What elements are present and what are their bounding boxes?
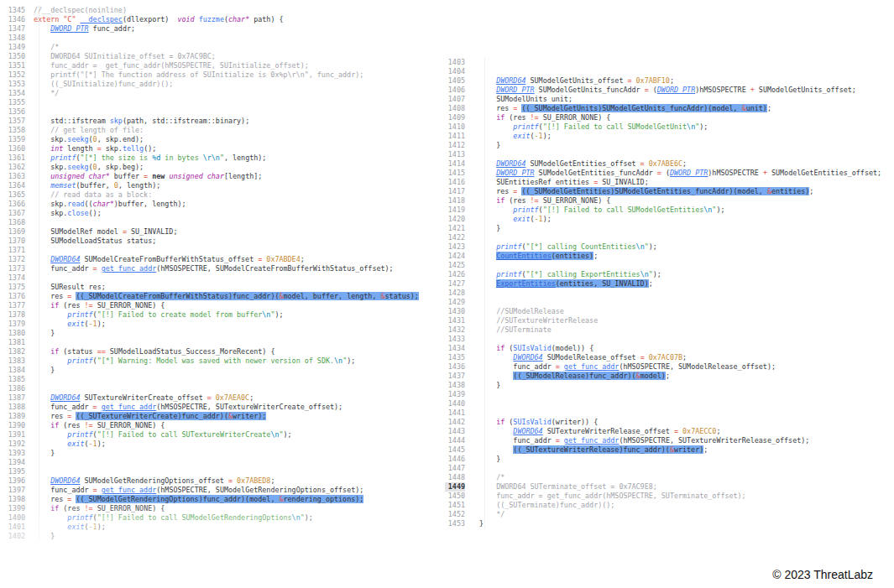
code-line[interactable]: 1374	[5, 273, 419, 283]
code-line[interactable]: 1435 DWORD64 SUModelRelease_offset = 0x7…	[445, 353, 881, 362]
code-line[interactable]: 1438 }	[445, 381, 881, 390]
code-line[interactable]: 1415 DWORD_PTR SUModelGetEntities_funcAd…	[445, 169, 881, 178]
code-line[interactable]: 1421 }	[445, 224, 881, 233]
code-line[interactable]: 1433	[445, 335, 881, 344]
code-line[interactable]: 1427 ExportEntities(entities, SU_INVALID…	[445, 279, 881, 289]
code-line[interactable]: 1402 }	[5, 532, 419, 541]
code-line[interactable]: 1410 printf("[!] Failed to call SUModelG…	[445, 122, 881, 132]
code-line[interactable]: 1363 unsigned char* buffer = new unsigne…	[5, 172, 419, 181]
code-line[interactable]: 1349 /*	[5, 43, 419, 52]
code-line[interactable]: 1437 ((_SUModelRelease)func_addr)(&model…	[445, 372, 881, 381]
code-line[interactable]: 1449 DWORD64 SUTerminate_offset = 0x7AC9…	[445, 482, 881, 492]
code-line[interactable]: 1431 //SUTextureWriterRelease	[445, 316, 881, 325]
code-line[interactable]: 1394	[5, 458, 419, 467]
code-line[interactable]: 1350 DWORD64 SUInitialize_offset = 0x7AC…	[5, 52, 419, 61]
code-line[interactable]: 1391 printf("[!] Failed to call SUTextur…	[5, 430, 419, 440]
code-line[interactable]: 1371	[5, 246, 419, 255]
code-line[interactable]: 1429	[445, 298, 881, 307]
code-line[interactable]: 1367 skp.close();	[5, 209, 419, 218]
code-line[interactable]: 1430 //SUModelRelease	[445, 307, 881, 316]
code-line[interactable]: 1408 res = ((_SUModelGetUnits)SUModelGet…	[445, 104, 881, 113]
code-line[interactable]: 1403	[445, 58, 881, 67]
code-line[interactable]: 1369 SUModelRef model = SU_INVALID;	[5, 227, 419, 237]
code-line[interactable]: 1452 */	[445, 510, 881, 519]
code-line[interactable]: 1423 printf("[*] calling CountEntities\n…	[445, 242, 881, 252]
code-line[interactable]: 1414 DWORD64 SUModelGetEntities_offset =…	[445, 159, 881, 169]
code-line[interactable]: 1434 if (SUIsValid(model)) {	[445, 344, 881, 353]
code-line[interactable]: 1398 res = ((_SUModelGetRenderingOptions…	[5, 495, 419, 504]
code-line[interactable]: 1413	[445, 150, 881, 159]
code-line[interactable]: 1352 printf("[*] The function address of…	[5, 70, 419, 80]
code-line[interactable]: 1359 skp.seekg(0, skp.end);	[5, 135, 419, 144]
code-line[interactable]: 1355	[5, 98, 419, 107]
code-line[interactable]: 1453}	[445, 519, 881, 528]
code-line[interactable]: 1345//__declspec(noinline)	[5, 6, 419, 15]
code-line[interactable]: 1356	[5, 107, 419, 117]
code-line[interactable]: 1378 printf("[!] Failed to create model …	[5, 310, 419, 320]
code-line[interactable]: 1387 DWORD64 SUTextureWriterCreate_offse…	[5, 393, 419, 403]
code-line[interactable]: 1411 exit(-1);	[445, 132, 881, 141]
code-line[interactable]: 1379 exit(-1);	[5, 320, 419, 329]
code-line[interactable]: 1376 res = ((_SUModelCreateFromBufferWit…	[5, 292, 419, 301]
code-line[interactable]: 1447	[445, 464, 881, 473]
code-line[interactable]: 1354 */	[5, 89, 419, 98]
code-line[interactable]: 1366 skp.read((char*)buffer, length);	[5, 200, 419, 209]
code-line[interactable]: 1385	[5, 375, 419, 384]
code-line[interactable]: 1424 CountEntities(entities);	[445, 252, 881, 261]
code-line[interactable]: 1347 DWORD_PTR func_addr;	[5, 24, 419, 34]
code-line[interactable]: 1390 if (res != SU_ERROR_NONE) {	[5, 421, 419, 430]
code-line[interactable]: 1405 DWORD64 SUModelGetUnits_offset = 0x…	[445, 76, 881, 86]
code-line[interactable]: 1401 exit(-1);	[5, 523, 419, 532]
code-line[interactable]: 1417 res = ((_SUModelGetEntities)SUModel…	[445, 187, 881, 196]
code-line[interactable]: 1436 func_addr = get_func_addr(hMSOSPECT…	[445, 362, 881, 372]
code-line[interactable]: 1425	[445, 261, 881, 270]
code-line[interactable]: 1420 exit(-1);	[445, 215, 881, 224]
code-line[interactable]: 1384 }	[5, 366, 419, 375]
code-line[interactable]: 1365 // read data as a block:	[5, 190, 419, 200]
code-line[interactable]: 1388 func_addr = get_func_addr(hMSOSPECT…	[5, 403, 419, 412]
code-line[interactable]: 1396 DWORD64 SUModelGetRenderingOptions_…	[5, 476, 419, 486]
code-line[interactable]: 1381	[5, 338, 419, 347]
code-line[interactable]: 1368	[5, 218, 419, 227]
code-line[interactable]: 1386	[5, 384, 419, 393]
code-line[interactable]: 1360 int length = skp.tellg();	[5, 144, 419, 154]
code-line[interactable]: 1397 func_addr = get_func_addr(hMSOSPECT…	[5, 486, 419, 495]
code-line[interactable]: 1418 if (res != SU_ERROR_NONE) {	[445, 196, 881, 206]
code-line[interactable]: 1445 ((_SUTextureWriterRelease)func_addr…	[445, 445, 881, 455]
code-line[interactable]: 1444 func_addr = get_func_addr(hMSOSPECT…	[445, 436, 881, 445]
code-line[interactable]: 1443 DWORD64 SUTextureWriterRelease_offs…	[445, 427, 881, 436]
code-line[interactable]: 1380 }	[5, 329, 419, 338]
code-line[interactable]: 1377 if (res != SU_ERROR_NONE) {	[5, 301, 419, 310]
code-line[interactable]: 1451 ((_SUTerminate)func_addr)();	[445, 501, 881, 510]
code-line[interactable]: 1440	[445, 399, 881, 408]
code-line[interactable]: 1375 SUResult res;	[5, 283, 419, 292]
code-line[interactable]: 1416 SUEntitiesRef entities = SU_INVALID…	[445, 178, 881, 187]
code-line[interactable]: 1393 }	[5, 449, 419, 458]
code-line[interactable]: 1448 /*	[445, 473, 881, 482]
code-line[interactable]: 1362 skp.seekg(0, skp.beg);	[5, 163, 419, 172]
code-line[interactable]: 1409 if (res != SU_ERROR_NONE) {	[445, 113, 881, 122]
code-line[interactable]: 1353 ((_SUInitialize)func_addr)();	[5, 80, 419, 89]
code-line[interactable]: 1383 printf("[*] Warning: Model was save…	[5, 356, 419, 366]
code-line[interactable]: 1419 printf("[!] Failed to call SUModelG…	[445, 206, 881, 215]
code-line[interactable]: 1370 SUModelLoadStatus status;	[5, 237, 419, 246]
code-line[interactable]: 1439	[445, 390, 881, 399]
code-line[interactable]: 1364 memset(buffer, 0, length);	[5, 181, 419, 190]
code-line[interactable]: 1442 if (SUIsValid(writer)) {	[445, 418, 881, 427]
code-line[interactable]: 1432 //SUTerminate	[445, 325, 881, 335]
code-line[interactable]: 1406 DWORD_PTR SUModelGetUnits_funcAddr …	[445, 86, 881, 95]
code-line[interactable]: 1400 printf("[!] Failed to call SUModelG…	[5, 513, 419, 523]
code-line[interactable]: 1348	[5, 34, 419, 43]
code-line[interactable]: 1422	[445, 233, 881, 242]
code-line[interactable]: 1426 printf("[*] calling ExportEntities\…	[445, 270, 881, 279]
code-line[interactable]: 1428	[445, 289, 881, 298]
code-line[interactable]: 1346extern "C" __declspec(dllexport) voi…	[5, 15, 419, 24]
code-column-right[interactable]: 140314041405 DWORD64 SUModelGetUnits_off…	[445, 58, 881, 528]
code-line[interactable]: 1361 printf("[*] the size is %d in bytes…	[5, 154, 419, 163]
code-line[interactable]: 1372 DWORD64 SUModelCreateFromBufferWith…	[5, 255, 419, 264]
code-line[interactable]: 1404	[445, 67, 881, 76]
code-line[interactable]: 1395	[5, 467, 419, 476]
code-line[interactable]: 1407 SUModelUnits unit;	[445, 95, 881, 104]
code-line[interactable]: 1357 std::ifstream skp(path, std::ifstre…	[5, 117, 419, 126]
code-line[interactable]: 1450 func_addr = get_func_addr(hMSOSPECT…	[445, 492, 881, 501]
